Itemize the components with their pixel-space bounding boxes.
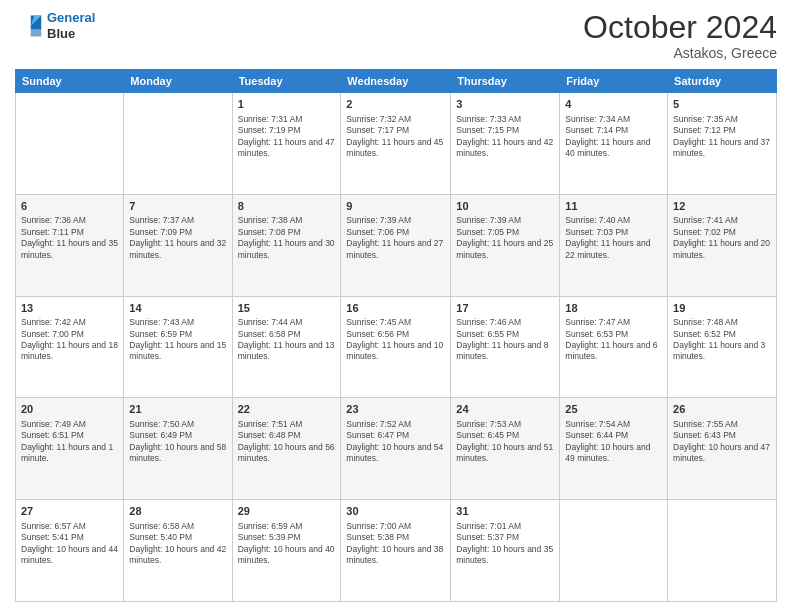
calendar-cell: 2Sunrise: 7:32 AM Sunset: 7:17 PM Daylig… bbox=[341, 93, 451, 195]
day-number: 12 bbox=[673, 199, 771, 214]
day-info: Sunrise: 7:47 AM Sunset: 6:53 PM Dayligh… bbox=[565, 317, 662, 363]
calendar-cell: 10Sunrise: 7:39 AM Sunset: 7:05 PM Dayli… bbox=[451, 194, 560, 296]
day-number: 28 bbox=[129, 504, 226, 519]
calendar-header-row: SundayMondayTuesdayWednesdayThursdayFrid… bbox=[16, 70, 777, 93]
day-number: 27 bbox=[21, 504, 118, 519]
day-info: Sunrise: 7:46 AM Sunset: 6:55 PM Dayligh… bbox=[456, 317, 554, 363]
col-header-saturday: Saturday bbox=[668, 70, 777, 93]
day-number: 16 bbox=[346, 301, 445, 316]
calendar-cell bbox=[560, 500, 668, 602]
calendar-cell: 7Sunrise: 7:37 AM Sunset: 7:09 PM Daylig… bbox=[124, 194, 232, 296]
day-number: 6 bbox=[21, 199, 118, 214]
calendar-cell: 31Sunrise: 7:01 AM Sunset: 5:37 PM Dayli… bbox=[451, 500, 560, 602]
calendar-cell: 27Sunrise: 6:57 AM Sunset: 5:41 PM Dayli… bbox=[16, 500, 124, 602]
day-info: Sunrise: 7:32 AM Sunset: 7:17 PM Dayligh… bbox=[346, 114, 445, 160]
col-header-tuesday: Tuesday bbox=[232, 70, 341, 93]
col-header-wednesday: Wednesday bbox=[341, 70, 451, 93]
day-info: Sunrise: 7:37 AM Sunset: 7:09 PM Dayligh… bbox=[129, 215, 226, 261]
logo-text: General Blue bbox=[47, 10, 95, 41]
day-info: Sunrise: 6:57 AM Sunset: 5:41 PM Dayligh… bbox=[21, 521, 118, 567]
calendar-cell: 20Sunrise: 7:49 AM Sunset: 6:51 PM Dayli… bbox=[16, 398, 124, 500]
day-number: 17 bbox=[456, 301, 554, 316]
logo-line1: General bbox=[47, 10, 95, 25]
day-info: Sunrise: 7:44 AM Sunset: 6:58 PM Dayligh… bbox=[238, 317, 336, 363]
calendar-week-2: 13Sunrise: 7:42 AM Sunset: 7:00 PM Dayli… bbox=[16, 296, 777, 398]
day-info: Sunrise: 6:58 AM Sunset: 5:40 PM Dayligh… bbox=[129, 521, 226, 567]
calendar-cell: 14Sunrise: 7:43 AM Sunset: 6:59 PM Dayli… bbox=[124, 296, 232, 398]
day-info: Sunrise: 7:39 AM Sunset: 7:06 PM Dayligh… bbox=[346, 215, 445, 261]
calendar-cell: 16Sunrise: 7:45 AM Sunset: 6:56 PM Dayli… bbox=[341, 296, 451, 398]
calendar-cell bbox=[668, 500, 777, 602]
page: General Blue October 2024 Astakos, Greec… bbox=[0, 0, 792, 612]
logo-line2: Blue bbox=[47, 26, 95, 42]
day-number: 26 bbox=[673, 402, 771, 417]
logo-icon bbox=[15, 12, 43, 40]
day-number: 2 bbox=[346, 97, 445, 112]
calendar-cell: 29Sunrise: 6:59 AM Sunset: 5:39 PM Dayli… bbox=[232, 500, 341, 602]
calendar-cell: 22Sunrise: 7:51 AM Sunset: 6:48 PM Dayli… bbox=[232, 398, 341, 500]
col-header-thursday: Thursday bbox=[451, 70, 560, 93]
calendar-cell: 12Sunrise: 7:41 AM Sunset: 7:02 PM Dayli… bbox=[668, 194, 777, 296]
day-number: 31 bbox=[456, 504, 554, 519]
month-title: October 2024 bbox=[583, 10, 777, 45]
calendar-cell: 5Sunrise: 7:35 AM Sunset: 7:12 PM Daylig… bbox=[668, 93, 777, 195]
calendar-cell: 19Sunrise: 7:48 AM Sunset: 6:52 PM Dayli… bbox=[668, 296, 777, 398]
day-number: 19 bbox=[673, 301, 771, 316]
day-info: Sunrise: 7:38 AM Sunset: 7:08 PM Dayligh… bbox=[238, 215, 336, 261]
day-number: 13 bbox=[21, 301, 118, 316]
day-info: Sunrise: 7:42 AM Sunset: 7:00 PM Dayligh… bbox=[21, 317, 118, 363]
day-info: Sunrise: 7:40 AM Sunset: 7:03 PM Dayligh… bbox=[565, 215, 662, 261]
calendar-week-4: 27Sunrise: 6:57 AM Sunset: 5:41 PM Dayli… bbox=[16, 500, 777, 602]
day-number: 23 bbox=[346, 402, 445, 417]
day-info: Sunrise: 7:48 AM Sunset: 6:52 PM Dayligh… bbox=[673, 317, 771, 363]
day-info: Sunrise: 7:00 AM Sunset: 5:38 PM Dayligh… bbox=[346, 521, 445, 567]
day-info: Sunrise: 7:43 AM Sunset: 6:59 PM Dayligh… bbox=[129, 317, 226, 363]
day-number: 11 bbox=[565, 199, 662, 214]
calendar-cell: 13Sunrise: 7:42 AM Sunset: 7:00 PM Dayli… bbox=[16, 296, 124, 398]
day-info: Sunrise: 6:59 AM Sunset: 5:39 PM Dayligh… bbox=[238, 521, 336, 567]
col-header-sunday: Sunday bbox=[16, 70, 124, 93]
calendar-cell: 28Sunrise: 6:58 AM Sunset: 5:40 PM Dayli… bbox=[124, 500, 232, 602]
day-info: Sunrise: 7:54 AM Sunset: 6:44 PM Dayligh… bbox=[565, 419, 662, 465]
calendar-cell: 3Sunrise: 7:33 AM Sunset: 7:15 PM Daylig… bbox=[451, 93, 560, 195]
day-info: Sunrise: 7:45 AM Sunset: 6:56 PM Dayligh… bbox=[346, 317, 445, 363]
day-number: 15 bbox=[238, 301, 336, 316]
calendar-cell: 4Sunrise: 7:34 AM Sunset: 7:14 PM Daylig… bbox=[560, 93, 668, 195]
calendar-week-0: 1Sunrise: 7:31 AM Sunset: 7:19 PM Daylig… bbox=[16, 93, 777, 195]
day-number: 20 bbox=[21, 402, 118, 417]
day-number: 24 bbox=[456, 402, 554, 417]
day-number: 10 bbox=[456, 199, 554, 214]
day-number: 18 bbox=[565, 301, 662, 316]
day-number: 3 bbox=[456, 97, 554, 112]
calendar-cell bbox=[124, 93, 232, 195]
calendar-cell: 17Sunrise: 7:46 AM Sunset: 6:55 PM Dayli… bbox=[451, 296, 560, 398]
day-number: 14 bbox=[129, 301, 226, 316]
svg-marker-2 bbox=[31, 29, 42, 36]
calendar-cell: 30Sunrise: 7:00 AM Sunset: 5:38 PM Dayli… bbox=[341, 500, 451, 602]
title-block: October 2024 Astakos, Greece bbox=[583, 10, 777, 61]
day-info: Sunrise: 7:34 AM Sunset: 7:14 PM Dayligh… bbox=[565, 114, 662, 160]
day-info: Sunrise: 7:39 AM Sunset: 7:05 PM Dayligh… bbox=[456, 215, 554, 261]
calendar-cell: 25Sunrise: 7:54 AM Sunset: 6:44 PM Dayli… bbox=[560, 398, 668, 500]
day-info: Sunrise: 7:52 AM Sunset: 6:47 PM Dayligh… bbox=[346, 419, 445, 465]
day-info: Sunrise: 7:33 AM Sunset: 7:15 PM Dayligh… bbox=[456, 114, 554, 160]
logo: General Blue bbox=[15, 10, 95, 41]
day-number: 30 bbox=[346, 504, 445, 519]
day-number: 1 bbox=[238, 97, 336, 112]
day-number: 8 bbox=[238, 199, 336, 214]
calendar-cell: 6Sunrise: 7:36 AM Sunset: 7:11 PM Daylig… bbox=[16, 194, 124, 296]
calendar-cell: 1Sunrise: 7:31 AM Sunset: 7:19 PM Daylig… bbox=[232, 93, 341, 195]
calendar-week-1: 6Sunrise: 7:36 AM Sunset: 7:11 PM Daylig… bbox=[16, 194, 777, 296]
calendar-cell: 9Sunrise: 7:39 AM Sunset: 7:06 PM Daylig… bbox=[341, 194, 451, 296]
calendar-cell: 8Sunrise: 7:38 AM Sunset: 7:08 PM Daylig… bbox=[232, 194, 341, 296]
subtitle: Astakos, Greece bbox=[583, 45, 777, 61]
day-info: Sunrise: 7:51 AM Sunset: 6:48 PM Dayligh… bbox=[238, 419, 336, 465]
day-info: Sunrise: 7:31 AM Sunset: 7:19 PM Dayligh… bbox=[238, 114, 336, 160]
day-info: Sunrise: 7:53 AM Sunset: 6:45 PM Dayligh… bbox=[456, 419, 554, 465]
calendar-week-3: 20Sunrise: 7:49 AM Sunset: 6:51 PM Dayli… bbox=[16, 398, 777, 500]
calendar-cell: 23Sunrise: 7:52 AM Sunset: 6:47 PM Dayli… bbox=[341, 398, 451, 500]
calendar-cell: 24Sunrise: 7:53 AM Sunset: 6:45 PM Dayli… bbox=[451, 398, 560, 500]
header: General Blue October 2024 Astakos, Greec… bbox=[15, 10, 777, 61]
day-info: Sunrise: 7:35 AM Sunset: 7:12 PM Dayligh… bbox=[673, 114, 771, 160]
col-header-friday: Friday bbox=[560, 70, 668, 93]
